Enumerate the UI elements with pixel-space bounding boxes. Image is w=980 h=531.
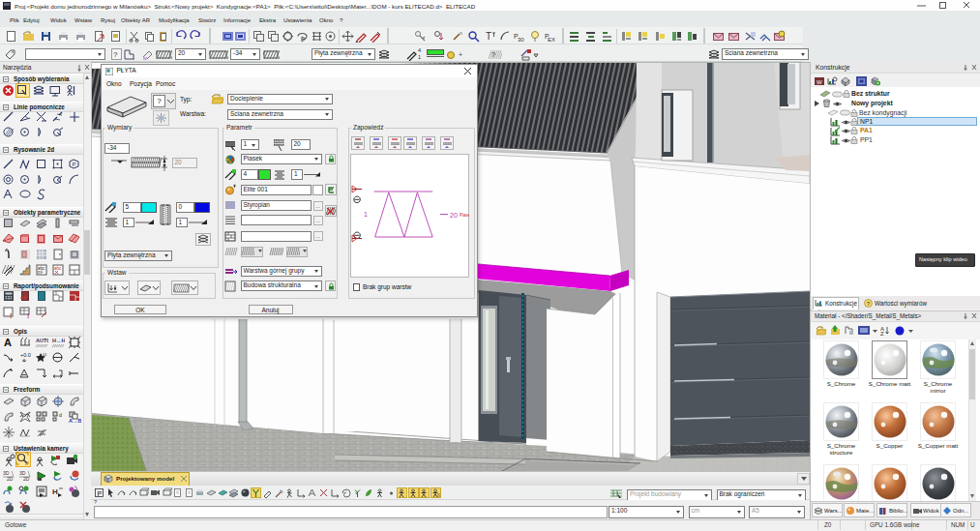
svg-text:abc: abc: [54, 266, 62, 271]
svg-text:?: ?: [491, 51, 495, 58]
svg-text:30: 30: [518, 37, 524, 43]
svg-text:EX: EX: [548, 37, 555, 43]
svg-text:?: ?: [113, 50, 118, 59]
svg-text:20: 20: [450, 211, 458, 218]
svg-text:A→B: A→B: [69, 418, 81, 423]
svg-text:H↔H: H↔H: [52, 338, 65, 343]
svg-text:Piasek: Piasek: [460, 213, 469, 218]
svg-text:H: H: [52, 487, 58, 496]
svg-text:A: A: [4, 337, 12, 348]
svg-text:+0.0: +0.0: [20, 352, 31, 358]
svg-text:T: T: [486, 31, 491, 42]
svg-text:W: W: [817, 79, 822, 85]
svg-text:1: 1: [364, 211, 368, 218]
svg-text:01: 01: [43, 352, 47, 357]
svg-text:!: !: [10, 312, 12, 318]
svg-text:m²: m²: [38, 270, 44, 275]
svg-text:AUTO: AUTO: [36, 338, 48, 343]
svg-text:Z: Z: [880, 331, 884, 336]
svg-text:P: P: [97, 489, 102, 496]
svg-text:!: !: [27, 312, 29, 318]
svg-text:P: P: [73, 162, 76, 167]
svg-text:d: d: [59, 412, 62, 418]
